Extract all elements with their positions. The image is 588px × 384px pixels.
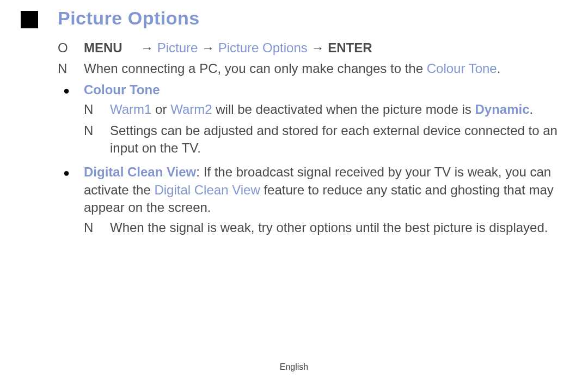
page-footer-language: English [0, 362, 588, 372]
colour-tone-heading: Colour Tone [84, 82, 160, 97]
enter-label: ENTER [328, 40, 372, 55]
dcv-hl: Digital Clean View [154, 182, 260, 197]
menu-label: MENU [84, 40, 122, 55]
dynamic-hl: Dynamic [475, 102, 530, 117]
section-marker-icon [21, 11, 38, 28]
colour-tone-note2-text: Settings can be adjusted and stored for … [110, 122, 567, 157]
o-icon: O [58, 39, 84, 57]
colour-tone-note2: N Settings can be adjusted and stored fo… [84, 122, 567, 157]
note-main-prefix: When connecting a PC, you can only make … [84, 61, 427, 76]
colour-tone-note1: N Warm1 or Warm2 will be deactivated whe… [84, 101, 567, 118]
bullet-icon: ● [58, 81, 84, 98]
ct-mid1: or [151, 102, 170, 117]
manual-page: Picture Options O MENU → Picture → Pictu… [0, 0, 588, 384]
ct-mid2: will be deactivated when the picture mod… [212, 102, 475, 117]
n-icon: N [84, 219, 110, 236]
menu-path: MENU → Picture → Picture Options → ENTER [84, 39, 567, 57]
dcv-note1: N When the signal is weak, try other opt… [84, 219, 567, 236]
path-picture-options: Picture Options [218, 40, 311, 55]
colour-tone-item: ● Colour Tone N Warm1 or Warm2 will be d… [58, 81, 567, 161]
n-icon: N [58, 60, 84, 77]
arrow-icon: → [311, 40, 324, 55]
path-picture: Picture [157, 40, 201, 55]
menu-path-row: O MENU → Picture → Picture Options → ENT… [58, 39, 567, 57]
warm2-hl: Warm2 [170, 102, 212, 117]
colour-tone-note1-text: Warm1 or Warm2 will be deactivated when … [110, 101, 567, 118]
dcv-heading: Digital Clean View [84, 164, 196, 179]
arrow-icon: → [140, 40, 154, 55]
note-main: N When connecting a PC, you can only mak… [58, 60, 567, 77]
n-icon: N [84, 101, 110, 118]
digital-clean-view-item: ● Digital Clean View: If the broadcast s… [58, 163, 567, 240]
dcv-note1-text: When the signal is weak, try other optio… [110, 219, 567, 236]
note-main-text: When connecting a PC, you can only make … [84, 60, 567, 77]
arrow-icon: → [201, 40, 215, 55]
note-main-suffix: . [497, 61, 501, 76]
note-main-hl: Colour Tone [427, 61, 497, 76]
n-icon: N [84, 122, 110, 139]
ct-suffix: . [530, 102, 534, 117]
page-title: Picture Options [58, 8, 200, 29]
body-content: O MENU → Picture → Picture Options → ENT… [58, 39, 567, 243]
bullet-icon: ● [58, 163, 84, 180]
warm1-hl: Warm1 [110, 102, 151, 117]
